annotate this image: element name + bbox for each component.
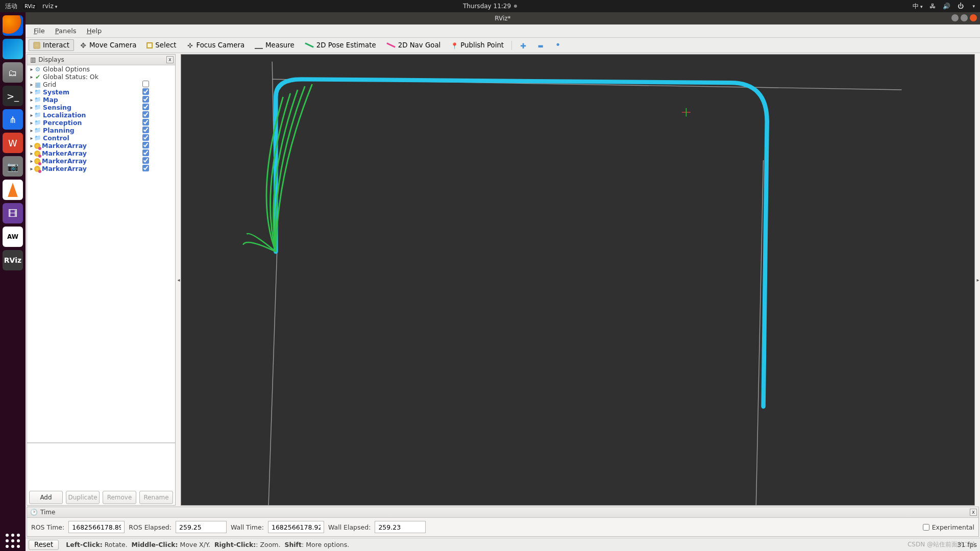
activities-button[interactable]: 活动: [5, 2, 17, 11]
dock-edge[interactable]: [3, 39, 23, 59]
tool-select[interactable]: Select: [142, 39, 181, 51]
tree-item[interactable]: ▸Global Options: [27, 65, 175, 73]
tree-item-checkbox[interactable]: [142, 81, 149, 87]
tree-item-checkbox[interactable]: [142, 165, 149, 171]
marker-icon: [34, 151, 40, 157]
tree-item[interactable]: ▸Grid: [27, 81, 175, 88]
expand-arrow-icon[interactable]: ▸: [29, 112, 34, 118]
power-icon[interactable]: ⏻: [958, 3, 964, 10]
dock-screenshot[interactable]: 📷: [3, 156, 23, 177]
displays-close-button[interactable]: x: [166, 56, 174, 63]
tree-item[interactable]: ▸System: [27, 88, 175, 96]
window-minimize-button[interactable]: [951, 14, 959, 21]
tree-item[interactable]: ▸Localization: [27, 111, 175, 119]
right-splitter[interactable]: ▸: [976, 53, 980, 507]
wall-time-field[interactable]: [268, 521, 324, 533]
expand-arrow-icon[interactable]: ▸: [29, 120, 34, 126]
render-viewport[interactable]: [181, 54, 975, 506]
reset-button[interactable]: Reset: [29, 540, 59, 550]
rename-button[interactable]: Rename: [139, 491, 173, 504]
tree-item[interactable]: ▸MarkerArray: [27, 165, 175, 172]
dock-files[interactable]: 🗂: [3, 62, 23, 83]
dock-media[interactable]: 🎞: [3, 203, 23, 223]
dock-autoware[interactable]: AW: [3, 227, 23, 247]
displays-tree[interactable]: ▸Global Options▸Global Status: Ok▸Grid▸S…: [27, 65, 175, 443]
tool-remove-display[interactable]: [532, 40, 549, 51]
dock-wps[interactable]: W: [3, 133, 23, 153]
expand-arrow-icon[interactable]: ▸: [29, 158, 34, 164]
expand-arrow-icon[interactable]: ▸: [29, 97, 34, 103]
tree-item-label: System: [43, 88, 69, 96]
menu-file[interactable]: File: [30, 26, 49, 36]
dock-firefox[interactable]: [3, 15, 23, 36]
expand-arrow-icon[interactable]: ▸: [29, 166, 34, 171]
dock-vscode[interactable]: ⋔: [3, 109, 23, 130]
network-icon[interactable]: 🖧: [929, 3, 936, 10]
experimental-checkbox[interactable]: Experimental: [923, 523, 974, 531]
tree-item[interactable]: ▸Perception: [27, 119, 175, 127]
show-applications[interactable]: [3, 531, 23, 551]
expand-arrow-icon[interactable]: ▸: [29, 105, 34, 110]
tree-item[interactable]: ▸Control: [27, 134, 175, 142]
displays-panel-header[interactable]: ▥ Displays x: [27, 55, 175, 65]
expand-arrow-icon[interactable]: ▸: [29, 135, 34, 141]
tool-publish-point[interactable]: Publish Point: [446, 39, 508, 51]
marker-icon: [34, 158, 40, 164]
system-menu-chevron-icon[interactable]: ▾: [972, 4, 975, 9]
window-titlebar[interactable]: RViz*: [26, 12, 980, 24]
expand-arrow-icon[interactable]: ▸: [29, 89, 34, 95]
tool-measure[interactable]: Measure: [250, 39, 299, 51]
tree-item[interactable]: ▸Global Status: Ok: [27, 73, 175, 81]
window-maximize-button[interactable]: [961, 14, 968, 21]
duplicate-button[interactable]: Duplicate: [66, 491, 100, 504]
tree-item-checkbox[interactable]: [142, 149, 149, 156]
menu-panels[interactable]: Panels: [51, 26, 81, 36]
add-button[interactable]: Add: [29, 491, 63, 504]
tree-item[interactable]: ▸MarkerArray: [27, 149, 175, 157]
tool-2d-nav-goal[interactable]: 2D Nav Goal: [382, 39, 446, 51]
tree-item-checkbox[interactable]: [142, 111, 149, 118]
menu-help[interactable]: Help: [83, 26, 106, 36]
dock-vlc[interactable]: [3, 180, 23, 200]
app-menu[interactable]: rviz▾: [42, 3, 57, 10]
wall-elapsed-field[interactable]: [375, 521, 426, 533]
volume-icon[interactable]: 🔊: [943, 3, 950, 10]
expand-arrow-icon[interactable]: ▸: [29, 82, 34, 87]
ros-elapsed-field[interactable]: [176, 521, 227, 533]
left-splitter[interactable]: ◂: [177, 53, 181, 507]
tree-item-checkbox[interactable]: [142, 96, 149, 103]
tree-item-checkbox[interactable]: [142, 142, 149, 148]
tool-interact[interactable]: Interact: [29, 39, 74, 51]
expand-arrow-icon[interactable]: ▸: [29, 143, 34, 148]
tool-focus-camera[interactable]: Focus Camera: [182, 39, 249, 51]
ime-indicator[interactable]: 中▾: [913, 2, 923, 11]
time-close-button[interactable]: x: [970, 509, 977, 516]
expand-arrow-icon[interactable]: ▸: [29, 66, 34, 72]
tree-item[interactable]: ▸MarkerArray: [27, 142, 175, 149]
ros-time-field[interactable]: [68, 521, 125, 533]
tree-item-checkbox[interactable]: [142, 157, 149, 164]
tree-item-checkbox[interactable]: [142, 88, 149, 95]
tree-item[interactable]: ▸Planning: [27, 127, 175, 134]
window-close-button[interactable]: [970, 14, 977, 21]
clock[interactable]: Thursday 11:29: [463, 3, 511, 10]
tool-2d-pose-estimate[interactable]: 2D Pose Estimate: [300, 39, 381, 51]
dock-terminal[interactable]: >_: [3, 86, 23, 106]
tool-move-camera[interactable]: Move Camera: [75, 39, 141, 51]
tree-item-label: Sensing: [43, 104, 71, 111]
expand-arrow-icon[interactable]: ▸: [29, 74, 34, 80]
tree-item[interactable]: ▸Map: [27, 96, 175, 104]
dock-rviz[interactable]: RViz: [3, 250, 23, 270]
tree-item[interactable]: ▸MarkerArray: [27, 157, 175, 165]
tree-item-checkbox[interactable]: [142, 127, 149, 133]
expand-arrow-icon[interactable]: ▸: [29, 151, 34, 156]
tool-add-display[interactable]: [515, 40, 531, 51]
tree-item-checkbox[interactable]: [142, 104, 149, 110]
tool-rename-display[interactable]: [550, 40, 566, 51]
expand-arrow-icon[interactable]: ▸: [29, 128, 34, 133]
time-panel-header[interactable]: 🕑 Time x: [27, 507, 978, 518]
tree-item-checkbox[interactable]: [142, 134, 149, 141]
remove-button[interactable]: Remove: [103, 491, 136, 504]
tree-item[interactable]: ▸Sensing: [27, 104, 175, 111]
tree-item-checkbox[interactable]: [142, 119, 149, 126]
